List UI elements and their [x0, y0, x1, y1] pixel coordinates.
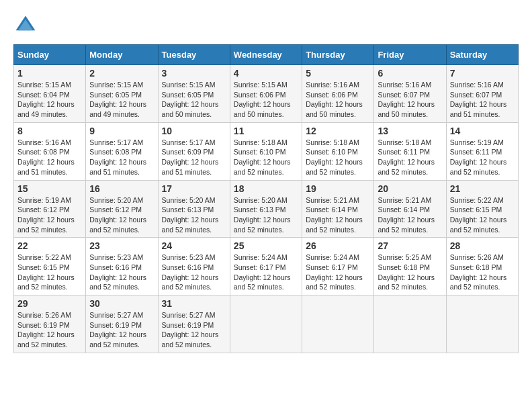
- day-info: Sunrise: 5:24 AM Sunset: 6:17 PM Dayligh…: [234, 253, 298, 292]
- calendar-header-monday: Monday: [86, 45, 158, 65]
- day-number: 16: [89, 183, 154, 194]
- calendar-cell: 31 Sunrise: 5:27 AM Sunset: 6:19 PM Dayl…: [158, 295, 230, 353]
- calendar-cell: [230, 295, 302, 353]
- calendar-cell: 6 Sunrise: 5:16 AM Sunset: 6:07 PM Dayli…: [374, 65, 446, 123]
- day-info: Sunrise: 5:22 AM Sunset: 6:15 PM Dayligh…: [450, 195, 515, 235]
- calendar-week-4: 22 Sunrise: 5:22 AM Sunset: 6:15 PM Dayl…: [14, 238, 519, 295]
- day-info: Sunrise: 5:21 AM Sunset: 6:14 PM Dayligh…: [306, 195, 370, 235]
- calendar-cell: 29 Sunrise: 5:26 AM Sunset: 6:19 PM Dayl…: [14, 295, 86, 353]
- calendar-cell: 10 Sunrise: 5:17 AM Sunset: 6:09 PM Dayl…: [158, 122, 230, 180]
- calendar-cell: 30 Sunrise: 5:27 AM Sunset: 6:19 PM Dayl…: [86, 295, 158, 353]
- day-number: 8: [17, 126, 82, 136]
- calendar-header-saturday: Saturday: [446, 45, 518, 65]
- calendar-cell: 16 Sunrise: 5:20 AM Sunset: 6:12 PM Dayl…: [86, 180, 158, 238]
- day-number: 29: [17, 298, 82, 309]
- calendar-cell: [374, 295, 446, 353]
- calendar-header-sunday: Sunday: [14, 45, 86, 65]
- calendar-cell: 25 Sunrise: 5:24 AM Sunset: 6:17 PM Dayl…: [230, 238, 302, 295]
- calendar-cell: 11 Sunrise: 5:18 AM Sunset: 6:10 PM Dayl…: [230, 122, 302, 180]
- calendar-cell: 14 Sunrise: 5:19 AM Sunset: 6:11 PM Dayl…: [446, 122, 518, 180]
- day-info: Sunrise: 5:20 AM Sunset: 6:13 PM Dayligh…: [162, 195, 226, 235]
- day-number: 20: [378, 183, 442, 194]
- calendar-cell: 27 Sunrise: 5:25 AM Sunset: 6:18 PM Dayl…: [374, 238, 446, 295]
- day-number: 10: [162, 126, 226, 136]
- calendar-cell: 8 Sunrise: 5:16 AM Sunset: 6:08 PM Dayli…: [14, 122, 86, 180]
- day-number: 27: [378, 240, 442, 251]
- day-number: 12: [306, 126, 370, 136]
- calendar-cell: 1 Sunrise: 5:15 AM Sunset: 6:04 PM Dayli…: [14, 65, 86, 123]
- day-info: Sunrise: 5:26 AM Sunset: 6:18 PM Dayligh…: [450, 253, 515, 292]
- calendar-week-2: 8 Sunrise: 5:16 AM Sunset: 6:08 PM Dayli…: [14, 122, 519, 180]
- calendar-cell: 4 Sunrise: 5:15 AM Sunset: 6:06 PM Dayli…: [230, 65, 302, 123]
- day-info: Sunrise: 5:15 AM Sunset: 6:06 PM Dayligh…: [234, 80, 298, 120]
- day-info: Sunrise: 5:20 AM Sunset: 6:12 PM Dayligh…: [89, 195, 154, 235]
- day-info: Sunrise: 5:21 AM Sunset: 6:14 PM Dayligh…: [378, 195, 442, 235]
- calendar-cell: 22 Sunrise: 5:22 AM Sunset: 6:15 PM Dayl…: [14, 238, 86, 295]
- calendar-week-3: 15 Sunrise: 5:19 AM Sunset: 6:12 PM Dayl…: [14, 180, 519, 238]
- day-number: 24: [162, 240, 226, 251]
- day-number: 17: [162, 183, 226, 194]
- day-number: 9: [89, 126, 154, 136]
- calendar-table: SundayMondayTuesdayWednesdayThursdayFrid…: [13, 44, 519, 353]
- day-info: Sunrise: 5:17 AM Sunset: 6:09 PM Dayligh…: [162, 138, 226, 177]
- calendar-week-5: 29 Sunrise: 5:26 AM Sunset: 6:19 PM Dayl…: [14, 295, 519, 353]
- day-info: Sunrise: 5:15 AM Sunset: 6:05 PM Dayligh…: [89, 80, 154, 120]
- day-info: Sunrise: 5:23 AM Sunset: 6:16 PM Dayligh…: [89, 253, 154, 292]
- day-info: Sunrise: 5:27 AM Sunset: 6:19 PM Dayligh…: [162, 310, 226, 350]
- calendar-cell: 23 Sunrise: 5:23 AM Sunset: 6:16 PM Dayl…: [86, 238, 158, 295]
- day-number: 13: [378, 126, 442, 136]
- calendar-cell: 5 Sunrise: 5:16 AM Sunset: 6:06 PM Dayli…: [302, 65, 374, 123]
- calendar-cell: 26 Sunrise: 5:24 AM Sunset: 6:17 PM Dayl…: [302, 238, 374, 295]
- day-info: Sunrise: 5:16 AM Sunset: 6:08 PM Dayligh…: [17, 138, 82, 177]
- day-number: 3: [162, 68, 226, 79]
- calendar-header-thursday: Thursday: [302, 45, 374, 65]
- day-number: 1: [17, 68, 82, 79]
- day-info: Sunrise: 5:16 AM Sunset: 6:07 PM Dayligh…: [450, 80, 515, 120]
- day-info: Sunrise: 5:17 AM Sunset: 6:08 PM Dayligh…: [89, 138, 154, 177]
- day-number: 7: [450, 68, 515, 79]
- day-number: 28: [450, 240, 515, 251]
- day-number: 5: [306, 68, 370, 79]
- day-number: 26: [306, 240, 370, 251]
- day-info: Sunrise: 5:18 AM Sunset: 6:10 PM Dayligh…: [234, 138, 298, 177]
- calendar-cell: 28 Sunrise: 5:26 AM Sunset: 6:18 PM Dayl…: [446, 238, 518, 295]
- day-number: 31: [162, 298, 226, 309]
- day-number: 25: [234, 240, 298, 251]
- calendar-cell: 13 Sunrise: 5:18 AM Sunset: 6:11 PM Dayl…: [374, 122, 446, 180]
- day-info: Sunrise: 5:19 AM Sunset: 6:12 PM Dayligh…: [17, 195, 82, 235]
- day-number: 4: [234, 68, 298, 79]
- calendar-header-tuesday: Tuesday: [158, 45, 230, 65]
- calendar-cell: [446, 295, 518, 353]
- day-info: Sunrise: 5:27 AM Sunset: 6:19 PM Dayligh…: [89, 310, 154, 350]
- calendar-cell: 19 Sunrise: 5:21 AM Sunset: 6:14 PM Dayl…: [302, 180, 374, 238]
- day-number: 15: [17, 183, 82, 194]
- day-info: Sunrise: 5:18 AM Sunset: 6:10 PM Dayligh…: [306, 138, 370, 177]
- day-info: Sunrise: 5:20 AM Sunset: 6:13 PM Dayligh…: [234, 195, 298, 235]
- calendar-cell: 12 Sunrise: 5:18 AM Sunset: 6:10 PM Dayl…: [302, 122, 374, 180]
- day-number: 2: [89, 68, 154, 79]
- day-number: 6: [378, 68, 442, 79]
- day-info: Sunrise: 5:15 AM Sunset: 6:04 PM Dayligh…: [17, 80, 82, 120]
- day-number: 14: [450, 126, 515, 136]
- day-info: Sunrise: 5:15 AM Sunset: 6:05 PM Dayligh…: [162, 80, 226, 120]
- calendar-cell: 9 Sunrise: 5:17 AM Sunset: 6:08 PM Dayli…: [86, 122, 158, 180]
- calendar-cell: 17 Sunrise: 5:20 AM Sunset: 6:13 PM Dayl…: [158, 180, 230, 238]
- calendar-cell: 24 Sunrise: 5:23 AM Sunset: 6:16 PM Dayl…: [158, 238, 230, 295]
- day-info: Sunrise: 5:25 AM Sunset: 6:18 PM Dayligh…: [378, 253, 442, 292]
- calendar-cell: 20 Sunrise: 5:21 AM Sunset: 6:14 PM Dayl…: [374, 180, 446, 238]
- day-number: 19: [306, 183, 370, 194]
- day-number: 30: [89, 298, 154, 309]
- day-number: 22: [17, 240, 82, 251]
- day-info: Sunrise: 5:26 AM Sunset: 6:19 PM Dayligh…: [17, 310, 82, 350]
- page-header: [13, 13, 519, 38]
- day-number: 18: [234, 183, 298, 194]
- calendar-cell: 7 Sunrise: 5:16 AM Sunset: 6:07 PM Dayli…: [446, 65, 518, 123]
- day-info: Sunrise: 5:16 AM Sunset: 6:06 PM Dayligh…: [306, 80, 370, 120]
- calendar-cell: 21 Sunrise: 5:22 AM Sunset: 6:15 PM Dayl…: [446, 180, 518, 238]
- calendar-cell: [302, 295, 374, 353]
- day-number: 11: [234, 126, 298, 136]
- day-info: Sunrise: 5:22 AM Sunset: 6:15 PM Dayligh…: [17, 253, 82, 292]
- calendar-week-1: 1 Sunrise: 5:15 AM Sunset: 6:04 PM Dayli…: [14, 65, 519, 123]
- calendar-header-row: SundayMondayTuesdayWednesdayThursdayFrid…: [14, 45, 519, 65]
- calendar-cell: 18 Sunrise: 5:20 AM Sunset: 6:13 PM Dayl…: [230, 180, 302, 238]
